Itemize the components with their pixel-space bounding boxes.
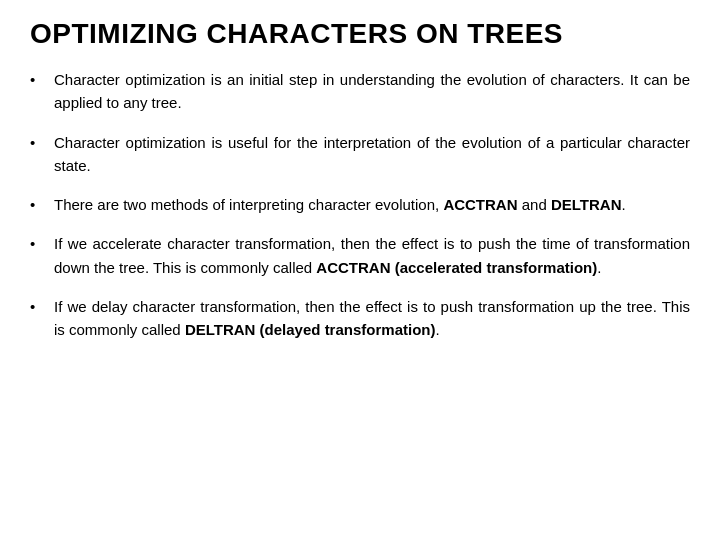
acctran-full-label: ACCTRAN (accelerated transformation) xyxy=(316,259,597,276)
bullet-text: There are two methods of interpreting ch… xyxy=(54,193,690,216)
list-item: • If we accelerate character transformat… xyxy=(30,232,690,279)
bullet-dot: • xyxy=(30,68,48,91)
bullet-list: • Character optimization is an initial s… xyxy=(30,68,690,341)
page-title: OPTIMIZING CHARACTERS ON TREES xyxy=(30,18,690,50)
list-item: • Character optimization is an initial s… xyxy=(30,68,690,115)
bullet-text: Character optimization is an initial ste… xyxy=(54,68,690,115)
bullet-text: If we accelerate character transformatio… xyxy=(54,232,690,279)
bullet-text: Character optimization is useful for the… xyxy=(54,131,690,178)
deltran-label: DELTRAN xyxy=(551,196,622,213)
list-item: • Character optimization is useful for t… xyxy=(30,131,690,178)
bullet-dot: • xyxy=(30,131,48,154)
bullet-text: If we delay character transformation, th… xyxy=(54,295,690,342)
bullet-dot: • xyxy=(30,295,48,318)
deltran-full-label: DELTRAN (delayed transformation) xyxy=(185,321,436,338)
list-item: • There are two methods of interpreting … xyxy=(30,193,690,216)
bullet-dot: • xyxy=(30,232,48,255)
acctran-label: ACCTRAN xyxy=(443,196,517,213)
list-item: • If we delay character transformation, … xyxy=(30,295,690,342)
page: OPTIMIZING CHARACTERS ON TREES • Charact… xyxy=(0,0,720,540)
bullet-dot: • xyxy=(30,193,48,216)
